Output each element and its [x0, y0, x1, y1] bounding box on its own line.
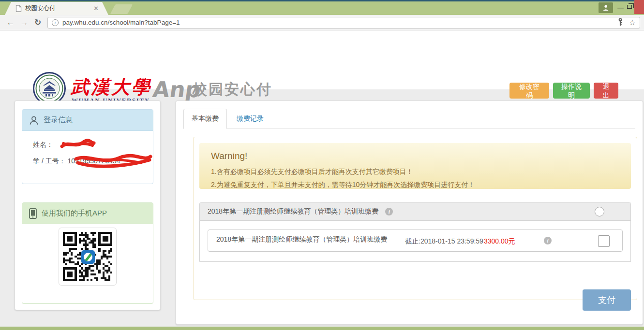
instructions-button[interactable]: 操作说明 — [553, 83, 590, 99]
close-button[interactable] — [634, 0, 644, 14]
fee-item-name: 2018年第一期注册测绘师继续教育（管理类）培训班缴费 — [216, 230, 398, 244]
site-header: 武漢大學 WUHAN UNIVERSITY Anp 校园安心付 修改密码 操作说… — [0, 30, 644, 89]
person-icon — [602, 4, 609, 11]
browser-titlebar: 校园安心付 ✕ — [0, 1, 644, 15]
fee-panel: Warning! 1.含有必缴项目必须先支付必缴项目后才能再次支付其它缴费项目！… — [193, 137, 637, 300]
login-info-header: 登录信息 — [22, 110, 153, 131]
fee-group-header[interactable]: 2018年第一期注册测绘师继续教育（管理类）培训班缴费 i — [200, 202, 630, 221]
new-tab-button[interactable] — [110, 4, 133, 14]
name-row: 姓名： — [33, 141, 153, 149]
redaction-scribble — [60, 138, 96, 151]
reload-button[interactable]: ↻ — [31, 17, 45, 28]
university-name-zh: 武漢大學 — [71, 75, 152, 100]
brand-name: 校园安心付 — [193, 80, 272, 100]
name-label: 姓名： — [33, 141, 53, 148]
tab-title: 校园安心付 — [25, 4, 93, 13]
fee-item-amount: 3300.00元 — [484, 230, 544, 246]
phone-icon — [29, 208, 37, 219]
fee-item-row[interactable]: 2018年第一期注册测绘师继续教育（管理类）培训班缴费 截止:2018-01-1… — [208, 230, 623, 252]
profile-button[interactable] — [599, 2, 613, 13]
login-info-panel: 登录信息 姓名： 学 / 工号： 10219550723434 — [22, 109, 153, 184]
warning-title: Warning! — [211, 151, 619, 161]
student-id-row: 学 / 工号： 10219550723434 — [33, 157, 153, 166]
fee-item-deadline: 截止:2018-01-15 23:59:59 — [405, 230, 484, 246]
browser-tab[interactable]: 校园安心付 ✕ — [5, 2, 108, 15]
wuhan-university-seal-logo — [33, 72, 66, 105]
change-password-button[interactable]: 修改密码 — [509, 83, 549, 99]
forward-button[interactable]: → — [17, 18, 31, 28]
tab-close-icon[interactable]: ✕ — [93, 5, 99, 12]
browser-toolbar: ← → ↻ i pay.whu.edu.cn/school/main?tabPa… — [0, 15, 644, 30]
student-id-label: 学 / 工号： — [33, 157, 66, 165]
info-icon[interactable]: i — [385, 208, 393, 215]
fee-item-checkbox[interactable] — [598, 235, 610, 247]
bottom-edge-bar — [0, 327, 644, 330]
url-text[interactable]: pay.whu.edu.cn/school/main?tabPage=1 — [62, 19, 616, 26]
warning-box: Warning! 1.含有必缴项目必须先支付必缴项目后才能再次支付其它缴费项目！… — [199, 143, 631, 189]
fee-group-radio[interactable] — [595, 207, 604, 216]
password-key-icon[interactable] — [616, 18, 624, 28]
restore-button[interactable] — [627, 5, 632, 9]
tab-basic-payment[interactable]: 基本缴费 — [183, 109, 227, 129]
fee-group-title: 2018年第一期注册测绘师继续教育（管理类）培训班缴费 — [208, 207, 378, 216]
back-button[interactable]: ← — [4, 18, 17, 28]
address-bar[interactable]: i pay.whu.edu.cn/school/main?tabPage=1 ☆ — [47, 17, 640, 29]
tab-bar: 基本缴费 缴费记录 — [183, 109, 635, 129]
fee-group-body: 2018年第一期注册测绘师继续教育（管理类）培训班缴费 截止:2018-01-1… — [200, 221, 630, 252]
warning-line-1: 1.含有必缴项目必须先支付必缴项目后才能再次支付其它缴费项目！ — [211, 165, 619, 178]
login-info-title: 登录信息 — [44, 115, 73, 125]
mobile-app-title: 使用我们的手机APP — [42, 209, 107, 218]
pay-button[interactable]: 支付 — [583, 289, 631, 311]
mobile-app-panel: 使用我们的手机APP — [22, 202, 153, 304]
info-icon[interactable]: i — [544, 237, 552, 244]
app-logo-icon — [81, 250, 95, 264]
sidebar-card: 登录信息 姓名： 学 / 工号： 10219550723434 — [15, 100, 161, 310]
minimize-button[interactable]: — — [617, 4, 624, 11]
login-info-body: 姓名： 学 / 工号： 10219550723434 — [22, 131, 153, 166]
qr-code — [59, 228, 117, 286]
logout-button[interactable]: 退出 — [594, 83, 618, 99]
student-id-value: 10219550723434 — [68, 157, 120, 165]
fee-group: 2018年第一期注册测绘师继续教育（管理类）培训班缴费 i 2018年第一期注册… — [199, 202, 631, 262]
mobile-app-header: 使用我们的手机APP — [22, 203, 153, 224]
page-info-icon[interactable]: i — [52, 19, 59, 26]
tab-payment-records[interactable]: 缴费记录 — [229, 109, 271, 129]
main-card: 基本缴费 缴费记录 Warning! 1.含有必缴项目必须先支付必缴项目后才能再… — [176, 100, 643, 325]
user-icon — [29, 115, 39, 125]
warning-line-2: 2.为避免重复支付，下单且并未支付的，需等待10分钟才能再次选择缴费项目进行支付… — [211, 178, 619, 191]
page-favicon-icon — [15, 5, 22, 12]
bookmark-star-icon[interactable]: ☆ — [629, 18, 636, 27]
